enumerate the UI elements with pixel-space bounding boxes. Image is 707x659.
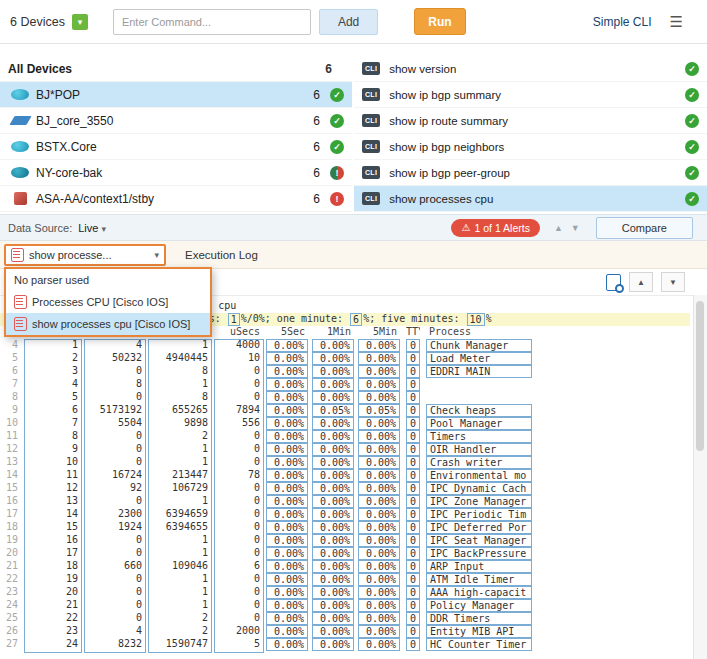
output-row: 15129210672900.00%0.00%0.00%0IPC Dynamic…: [0, 482, 690, 495]
output-scrollbar[interactable]: [693, 295, 707, 659]
data-source-selector[interactable]: Live▾: [78, 222, 106, 234]
output-text: %/0%; one minute:: [241, 313, 349, 326]
output-cell: 0.00%: [266, 573, 308, 586]
output-cell: 0: [406, 339, 420, 352]
device-row[interactable]: BJ_core_35506✓: [0, 108, 352, 134]
compare-button[interactable]: Compare: [596, 217, 693, 239]
output-cell: Timers: [426, 430, 532, 443]
output-cell: 8232: [84, 638, 144, 651]
output-cell: 1: [24, 339, 80, 352]
device-row[interactable]: BSTX.Core6✓: [0, 134, 352, 160]
parser-dropdown-button[interactable]: show processe... ▾: [4, 244, 166, 266]
command-row[interactable]: CLIshow ip bgp summary✓: [354, 82, 707, 108]
output-cell: 0: [214, 430, 262, 443]
output-cell: 0.00%: [358, 495, 400, 508]
scroll-up-button[interactable]: ▲: [629, 272, 653, 292]
output-cell: 4000: [214, 339, 262, 352]
column-header: 5Min: [358, 326, 400, 339]
output-cell: 1: [148, 443, 210, 456]
line-number: 20: [0, 547, 22, 560]
search-in-output-icon[interactable]: [606, 274, 621, 291]
output-cell: 0.00%: [266, 482, 308, 495]
device-row[interactable]: BJ*POP6✓: [0, 82, 352, 108]
status-ok-icon: ✓: [330, 114, 344, 128]
command-rows-container: CLIshow version✓CLIshow ip bgp summary✓C…: [354, 56, 707, 212]
line-number: 11: [0, 430, 22, 443]
line-number: 9: [0, 404, 22, 417]
output-cell: 23: [24, 625, 80, 638]
hamburger-menu-icon[interactable]: ☰: [670, 13, 683, 31]
all-devices-row[interactable]: All Devices 6: [0, 56, 352, 82]
output-cell: 0.05%: [358, 404, 400, 417]
output-cell: 1: [148, 534, 210, 547]
output-cell: Policy Manager: [426, 599, 532, 612]
output-cell: 78: [214, 469, 262, 482]
output-cell: Entity MIB API: [426, 625, 532, 638]
output-scrollbar-thumb[interactable]: [696, 301, 704, 451]
next-alert-button[interactable]: ▼: [571, 223, 580, 233]
command-row[interactable]: CLIshow ip bgp neighbors✓: [354, 134, 707, 160]
output-cell: 1924: [84, 521, 144, 534]
output-cell: 0: [84, 547, 144, 560]
output-cell: 0: [214, 456, 262, 469]
tab-execution-log[interactable]: Execution Log: [185, 241, 258, 269]
output-cell: 6394655: [148, 521, 210, 534]
output-cell: 0.00%: [358, 365, 400, 378]
line-number: 8: [0, 391, 22, 404]
router-dark-icon: [11, 167, 29, 178]
device-icon-wrap: [8, 89, 32, 100]
output-cell: 0: [406, 456, 420, 469]
output-row: 748100.00%0.00%0.00%0: [0, 378, 690, 391]
output-cell: DDR Timers: [426, 612, 532, 625]
output-cell: 50232: [84, 352, 144, 365]
output-cell: 0.00%: [358, 599, 400, 612]
output-cell: 0.00%: [312, 352, 354, 365]
output-cell: 0.00%: [266, 417, 308, 430]
device-icon-wrap: [8, 141, 32, 152]
output-row: 18151924639465500.00%0.00%0.00%0IPC Defe…: [0, 521, 690, 534]
command-row[interactable]: CLIshow ip route summary✓: [354, 108, 707, 134]
cli-badge-icon: CLI: [362, 88, 380, 101]
output-cell: 0: [406, 482, 420, 495]
device-row[interactable]: ASA-AA/context1/stby6!: [0, 186, 352, 212]
output-cell: 0.00%: [358, 573, 400, 586]
output-cell: 0: [214, 521, 262, 534]
line-number: 17: [0, 508, 22, 521]
command-row[interactable]: CLIshow ip bgp peer-group✓: [354, 160, 707, 186]
parser-option-label: show processes cpu [Cisco IOS]: [27, 318, 190, 330]
status-ok-icon: ✓: [685, 62, 699, 76]
simple-cli-link[interactable]: Simple CLI: [593, 15, 652, 29]
scroll-down-button[interactable]: ▼: [661, 272, 685, 292]
devices-dropdown-button[interactable]: ▾: [72, 14, 88, 30]
output-cell: 556: [214, 417, 262, 430]
add-command-button[interactable]: Add: [319, 9, 378, 35]
parser-option[interactable]: Processes CPU [Cisco IOS]: [6, 291, 210, 313]
parser-option-label: Processes CPU [Cisco IOS]: [27, 296, 168, 308]
device-name: NY-core-bak: [32, 166, 290, 180]
status-ok-icon: ✓: [330, 140, 344, 154]
output-cell: 0: [214, 443, 262, 456]
parser-option[interactable]: No parser used: [6, 269, 210, 291]
line-number: 14: [0, 469, 22, 482]
output-cell: 0.00%: [358, 469, 400, 482]
output-cell: 0: [214, 482, 262, 495]
command-row[interactable]: CLIshow version✓: [354, 56, 707, 82]
run-button[interactable]: Run: [414, 8, 465, 35]
output-cell: 12: [24, 482, 80, 495]
command-input[interactable]: [113, 9, 311, 35]
output-cell: 0: [214, 612, 262, 625]
command-row[interactable]: CLIshow processes cpu✓: [354, 186, 707, 212]
parser-option[interactable]: show processes cpu [Cisco IOS]: [6, 313, 210, 335]
output-cell: 0: [406, 443, 420, 456]
output-cell: IPC Deferred Por: [426, 521, 532, 534]
output-cell: Chunk Manager: [426, 339, 532, 352]
device-row[interactable]: NY-core-bak6!: [0, 160, 352, 186]
output-cell: 0.00%: [358, 456, 400, 469]
output-cell: 0.00%: [312, 586, 354, 599]
alerts-badge[interactable]: ⚠ 1 of 1 Alerts: [451, 219, 539, 237]
status-ok-icon: ✓: [330, 88, 344, 102]
output-cell: 0.00%: [266, 378, 308, 391]
output-cell: 0.00%: [312, 573, 354, 586]
previous-alert-button[interactable]: ▲: [554, 223, 563, 233]
output-cell: 0.00%: [266, 508, 308, 521]
